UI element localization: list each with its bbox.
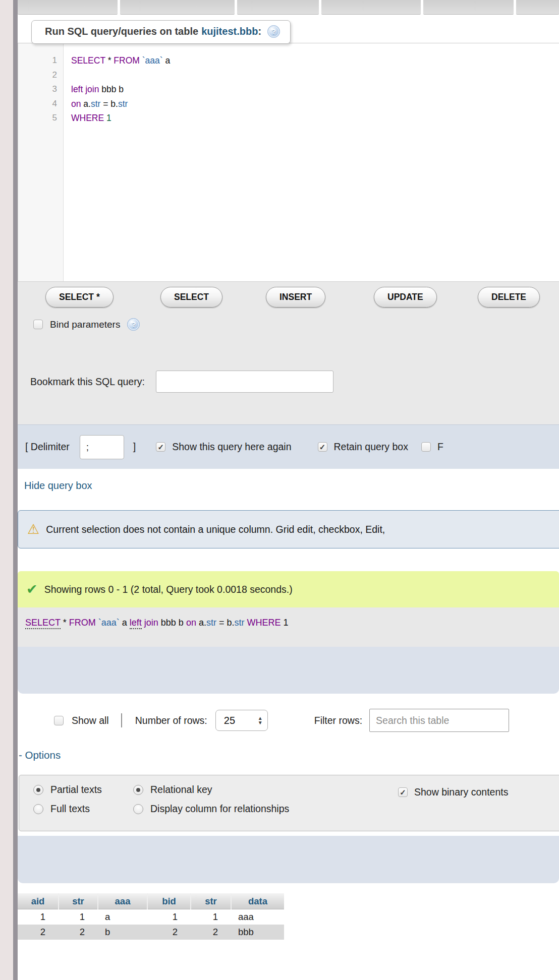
hide-query-box-link[interactable]: Hide query box [24,480,92,492]
bookmark-label: Bookmark this SQL query: [30,376,145,388]
separator [121,713,122,727]
page-title-colon: : [258,26,261,37]
frame-divider[interactable] [13,0,18,980]
full-texts-label: Full texts [50,803,90,815]
relational-key-radio[interactable] [133,785,143,795]
sql-keyword: left [130,618,142,629]
cell-aaa: b [98,925,147,940]
options-panel: Partial texts Relational key Full texts … [19,775,559,831]
sql-identifier: str [234,618,244,628]
options-panel-footer [18,836,559,883]
number-of-rows-select[interactable]: 25 ▲ ▼ [215,710,268,731]
column-header-str2[interactable]: str [191,893,231,909]
line-number: 5 [18,111,57,126]
sql-token: * [61,618,69,628]
display-column-radio[interactable] [133,804,143,814]
partial-texts-option: Partial texts [33,784,133,795]
partial-texts-radio[interactable] [33,785,43,795]
sql-keyword: WHERE [71,113,106,123]
tab-segment[interactable] [321,0,421,15]
filter-rows-input[interactable] [369,709,509,732]
cell-data: bbb [231,925,284,940]
update-button[interactable]: UPDATE [374,287,437,308]
cell-bid: 2 [147,925,191,940]
cell-str: 2 [59,925,98,940]
column-header-data[interactable]: data [231,893,284,909]
delimiter-input[interactable] [80,435,124,459]
sql-code[interactable]: SELECT * FROM `aaa` a left join bbb b on… [64,43,170,281]
sql-keyword: FROM [114,55,142,66]
code-line-5: WHERE 1 [71,111,170,126]
top-tab-bar [18,0,559,15]
show-binary-label: Show binary contents [414,786,508,798]
sql-token: bbb b [161,618,186,628]
sql-keyword: on [186,618,196,628]
column-header-aid[interactable]: aid [18,893,59,909]
cell-str: 1 [59,909,98,925]
tab-segment[interactable] [237,0,319,15]
sql-token: 1 [281,618,288,628]
sql-identifier: `aaa` [142,55,163,66]
cell-aid: 1 [18,909,59,925]
help-icon[interactable]: ? [127,318,140,331]
table-link[interactable]: kujitest.bbb [201,26,258,37]
help-icon[interactable]: ? [267,25,280,38]
bookmark-input[interactable] [156,371,333,393]
filter-rows-label: Filter rows: [314,715,362,726]
sql-keyword: SELECT [71,55,108,66]
bookmark-row: Bookmark this SQL query: [30,371,333,393]
page-title: Run SQL query/queries on table kujitest.… [31,20,291,44]
column-header-bid[interactable]: bid [147,893,191,909]
sql-token: b. [110,99,118,109]
line-numbers: 1 2 3 4 5 [18,43,64,281]
sql-identifier: `aaa` [98,618,120,628]
cell-bid: 1 [147,909,191,925]
show-binary-checkbox[interactable] [398,787,408,797]
help-glyph: ? [132,321,136,329]
cell-str2: 2 [191,925,231,940]
sql-token: a. [196,618,206,628]
warning-icon: ⚠ [27,523,39,536]
success-check-icon: ✔ [26,583,38,596]
insert-button[interactable]: INSERT [266,287,325,308]
success-message: ✔ Showing rows 0 - 1 (2 total, Query too… [18,571,559,607]
full-texts-radio[interactable] [33,804,43,814]
code-line-3: left join bbb b [71,82,170,97]
sql-token: a [120,618,130,628]
warning-text: Current selection does not contain a uni… [46,524,385,535]
column-header-str[interactable]: str [59,893,98,909]
tab-segment[interactable] [516,0,559,15]
column-header-aaa[interactable]: aaa [98,893,147,909]
page-title-text: Run SQL query/queries on table [45,26,198,37]
sql-token: a [163,55,171,66]
bind-parameters-checkbox[interactable] [33,320,43,329]
sql-keyword: join [142,618,161,628]
show-all-checkbox[interactable] [54,716,64,725]
code-line-4: on a.str = b.str [71,97,170,111]
tab-segment[interactable] [120,0,235,15]
tab-segment[interactable] [18,0,118,15]
success-text: Showing rows 0 - 1 (2 total, Query took … [44,584,293,595]
truncated-option-checkbox[interactable] [421,442,431,452]
results-table: aid str aaa bid str data 1 1 a 1 1 aaa 2… [18,893,284,940]
select-star-button[interactable]: SELECT * [45,287,114,308]
code-line-1: SELECT * FROM `aaa` a [71,53,170,68]
query-form-footer: SELECT * SELECT INSERT UPDATE DELETE Bin… [18,281,559,469]
sql-keyword: FROM [69,618,96,628]
delete-button[interactable]: DELETE [478,287,540,308]
select-button[interactable]: SELECT [160,287,222,308]
sql-token: a. [83,99,91,109]
show-query-again-option: Show this query here again [156,441,291,453]
retain-query-box-checkbox[interactable] [318,442,327,452]
tab-segment[interactable] [423,0,514,15]
sql-token: * [108,55,114,66]
cell-data: aaa [231,909,284,925]
delimiter-open-bracket: [ Delimiter [25,441,70,453]
options-toggle-link[interactable]: - Options [19,749,61,761]
show-query-again-checkbox[interactable] [156,442,165,452]
browser-left-rail [0,0,13,980]
sql-keyword: SELECT [25,618,61,629]
stepper-icon: ▲ ▼ [258,716,263,725]
sql-editor[interactable]: 1 2 3 4 5 SELECT * FROM `aaa` a left joi… [18,43,559,281]
show-all-label: Show all [72,715,109,726]
